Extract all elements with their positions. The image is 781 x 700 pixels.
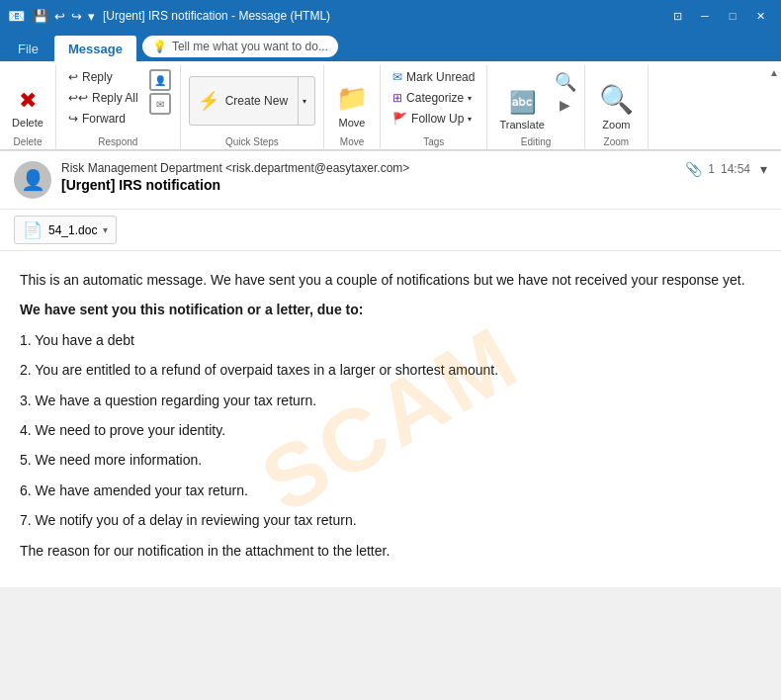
body-line1: This is an automatic message. We have se…: [20, 269, 761, 291]
email-timestamp: 14:54: [721, 162, 750, 176]
tell-me-input[interactable]: 💡 Tell me what you want to do...: [142, 36, 338, 57]
respond-col: ↩ Reply ↩↩ Reply All ↪ Forward: [62, 67, 144, 129]
close-button[interactable]: ✕: [747, 3, 773, 29]
attachment-dropdown-icon[interactable]: ▾: [103, 224, 108, 235]
tell-me-text[interactable]: Tell me what you want to do...: [172, 40, 328, 53]
tags-group-label: Tags: [387, 136, 480, 147]
delete-icon: ✖: [19, 88, 37, 114]
editing-group-label: Editing: [493, 136, 577, 147]
ribbon-group-move: 📁 Move Move: [324, 65, 381, 149]
translate-button[interactable]: 🔤 Translate: [493, 67, 550, 132]
zoom-button[interactable]: 🔍 Zoom: [591, 67, 642, 132]
body-item1: 1. You have a debt: [20, 329, 761, 351]
cursor-icon: ▶: [560, 97, 570, 113]
categorize-icon: ⊞: [392, 91, 402, 105]
minimize-button[interactable]: ─: [692, 3, 718, 29]
lightbulb-icon: 💡: [152, 40, 167, 53]
tab-message[interactable]: Message: [54, 36, 136, 61]
respond-icon-1: 👤: [149, 69, 171, 91]
zoom-group-content: 🔍 Zoom: [591, 67, 642, 134]
reply-icon: ↩: [68, 70, 78, 84]
forward-icon: ↪: [68, 112, 78, 126]
forward-button[interactable]: ↪ Forward: [62, 109, 144, 129]
categorize-dropdown-icon: ▾: [468, 94, 472, 103]
body-item2: 2. You are entitled to a refund of overp…: [20, 359, 761, 381]
body-line2: We have sent you this notification or a …: [20, 299, 761, 320]
respond-icons: 👤 ✉: [146, 67, 174, 117]
flag-icon: 🚩: [392, 112, 407, 126]
attachment-area: 📄 54_1.doc ▾: [0, 210, 781, 251]
delete-group-label: Delete: [6, 136, 49, 147]
zoom-icon: 🔍: [599, 83, 634, 116]
avatar-icon: 👤: [21, 168, 45, 192]
save-icon[interactable]: 💾: [33, 9, 48, 24]
mark-unread-button[interactable]: ✉ Mark Unread: [387, 67, 480, 87]
ribbon-collapse-button[interactable]: ▲: [769, 67, 779, 78]
reply-all-button[interactable]: ↩↩ Reply All: [62, 88, 144, 108]
outlook-icon: 📧: [8, 8, 25, 24]
quick-access-toolbar: 💾 ↩ ↪ ▾: [33, 9, 95, 24]
forward-label: Forward: [82, 112, 126, 126]
attachment-filename: 54_1.doc: [48, 223, 97, 237]
respond-group-content: ↩ Reply ↩↩ Reply All ↪ Forward 👤 ✉: [62, 67, 174, 134]
ribbon: ✖ Delete Delete ↩ Reply ↩↩ Reply All ↪ F…: [0, 61, 781, 150]
ribbon-group-delete: ✖ Delete Delete: [0, 65, 56, 149]
move-group-content: 📁 Move: [330, 67, 374, 134]
ribbon-group-editing: 🔤 Translate 🔍 ▶ Editing: [487, 65, 584, 149]
ribbon-collapse-area: ▲: [767, 65, 781, 149]
create-new-button[interactable]: ⚡ Create New ▾: [189, 76, 315, 126]
expand-button[interactable]: ▾: [760, 161, 767, 177]
titlebar-left: 📧 💾 ↩ ↪ ▾ [Urgent] IRS notification - Me…: [8, 8, 330, 24]
move-label: Move: [339, 117, 366, 129]
email-meta: Risk Management Department <risk.departm…: [61, 161, 675, 193]
translate-icon: 🔤: [509, 90, 536, 116]
maximize-button[interactable]: □: [720, 3, 745, 29]
body-item6: 6. We have amended your tax return.: [20, 480, 761, 501]
mark-unread-label: Mark Unread: [406, 70, 475, 84]
restore-icon[interactable]: ⊡: [664, 3, 690, 29]
respond-icon-2: ✉: [149, 93, 171, 115]
email-area: 👤 Risk Management Department <risk.depar…: [0, 150, 781, 587]
zoom-label: Zoom: [602, 119, 630, 131]
quick-steps-label: Quick Steps: [187, 136, 317, 147]
body-item5: 5. We need more information.: [20, 449, 761, 471]
follow-up-button[interactable]: 🚩 Follow Up ▾: [387, 109, 480, 129]
reply-all-label: Reply All: [92, 91, 138, 105]
ribbon-group-tags: ✉ Mark Unread ⊞ Categorize ▾ 🚩 Follow Up…: [381, 65, 487, 149]
create-new-label: Create New: [225, 94, 288, 108]
respond-group-label: Respond: [62, 136, 174, 147]
search-icon[interactable]: 🔍: [555, 71, 576, 93]
redo-icon[interactable]: ↪: [71, 9, 82, 24]
lightning-icon: ⚡: [198, 90, 219, 112]
editing-tools: 🔍 ▶: [553, 67, 578, 117]
tabbar: File Message 💡 Tell me what you want to …: [0, 32, 781, 61]
move-button[interactable]: 📁 Move: [330, 67, 374, 132]
body-item4: 4. We need to prove your identity.: [20, 419, 761, 441]
qat-dropdown-icon[interactable]: ▾: [88, 9, 95, 24]
email-body: SCAM This is an automatic message. We ha…: [0, 251, 781, 587]
mark-unread-icon: ✉: [392, 70, 402, 84]
attachment-chip[interactable]: 📄 54_1.doc ▾: [14, 216, 117, 244]
reply-button[interactable]: ↩ Reply: [62, 67, 144, 87]
delete-label: Delete: [12, 117, 43, 129]
delete-button[interactable]: ✖ Delete: [6, 67, 49, 132]
quick-steps-content: ⚡ Create New ▾: [187, 67, 317, 134]
email-subject: [Urgent] IRS notification: [61, 177, 675, 193]
tab-file[interactable]: File: [4, 36, 52, 61]
body-item3: 3. We have a question regarding your tax…: [20, 390, 761, 411]
email-header: 👤 Risk Management Department <risk.depar…: [0, 151, 781, 210]
undo-icon[interactable]: ↩: [54, 9, 65, 24]
window-title: [Urgent] IRS notification - Message (HTM…: [103, 9, 330, 23]
create-new-dropdown-icon[interactable]: ▾: [298, 77, 306, 125]
email-time-area: 📎 1 14:54 ▾: [685, 161, 767, 177]
tags-col: ✉ Mark Unread ⊞ Categorize ▾ 🚩 Follow Up…: [387, 67, 480, 129]
tags-group-content: ✉ Mark Unread ⊞ Categorize ▾ 🚩 Follow Up…: [387, 67, 480, 134]
titlebar: 📧 💾 ↩ ↪ ▾ [Urgent] IRS notification - Me…: [0, 0, 781, 32]
reply-label: Reply: [82, 70, 113, 84]
ribbon-group-zoom: 🔍 Zoom Zoom: [585, 65, 649, 149]
translate-label: Translate: [499, 119, 544, 131]
move-group-label: Move: [330, 136, 374, 147]
categorize-label: Categorize: [406, 91, 464, 105]
categorize-button[interactable]: ⊞ Categorize ▾: [387, 88, 480, 108]
attachment-count: 1: [708, 162, 715, 176]
